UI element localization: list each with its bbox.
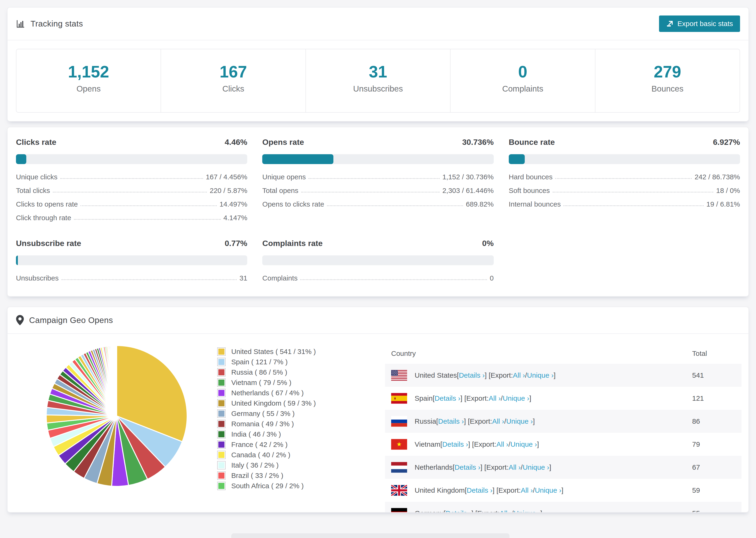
details-link[interactable]: Details › <box>435 394 460 402</box>
country-total: 59 <box>692 486 741 494</box>
legend-color-swatch <box>217 409 226 418</box>
rate-detail-row: Internal bounces 19 / 6.81% <box>509 194 740 208</box>
rate-detail-label: Unsubscribes <box>16 274 59 282</box>
export-all-link[interactable]: All › <box>509 463 521 471</box>
country-total: 541 <box>692 371 741 379</box>
country-total: 79 <box>692 440 741 448</box>
rate-detail-row: Unsubscribes 31 <box>16 269 247 282</box>
rate-detail-row: Click through rate 4.147% <box>16 208 247 222</box>
legend-color-swatch <box>217 451 226 459</box>
legend-item: Vietnam ( 79 / 5% ) <box>217 377 354 388</box>
rate-detail-value: 242 / 86.738% <box>694 173 740 181</box>
campaign-geo-opens-card: Campaign Geo Opens United States ( 541 /… <box>7 306 749 512</box>
export-unique-link[interactable]: Unique › <box>506 417 533 425</box>
export-all-link[interactable]: All › <box>489 394 501 402</box>
rate-panel: Clicks rate 4.46% Unique clicks 167 / 4.… <box>16 137 247 222</box>
export-all-link[interactable]: All › <box>492 417 504 425</box>
legend-color-swatch <box>217 389 226 397</box>
details-link[interactable]: Details › <box>455 463 480 471</box>
stat-value: 0 <box>453 63 592 81</box>
dotted-leader <box>564 205 703 206</box>
stat-value: 1,152 <box>19 63 158 81</box>
rate-detail-row: Opens to clicks rate 689.82% <box>262 194 494 208</box>
export-basic-stats-button[interactable]: Export basic stats <box>659 16 740 32</box>
rate-detail-value: 19 / 6.81% <box>706 200 740 208</box>
rate-detail-row: Hard bounces 242 / 86.738% <box>509 167 740 181</box>
stat-value: 167 <box>163 63 303 81</box>
rate-panel: Bounce rate 6.927% Hard bounces 242 / 86… <box>509 137 740 222</box>
details-link[interactable]: Details › <box>442 440 468 448</box>
legend-label: France ( 42 / 2% ) <box>231 441 288 449</box>
country-name: Netherlands <box>415 463 453 471</box>
geo-header: Campaign Geo Opens <box>8 307 748 334</box>
rate-detail-label: Unique clicks <box>16 173 58 181</box>
legend-color-swatch <box>217 368 226 377</box>
rate-detail-row: Total clicks 220 / 5.87% <box>16 181 247 194</box>
details-link[interactable]: Details › <box>459 371 485 379</box>
geo-table-row: Spain [Details ›] [Export: All › / Uniqu… <box>385 387 741 410</box>
rate-value: 30.736% <box>462 137 494 147</box>
dotted-leader <box>74 219 220 220</box>
geo-pie-chart <box>44 343 189 489</box>
rate-title: Clicks rate <box>16 137 56 147</box>
export-unique-link[interactable]: Unique › <box>527 371 554 379</box>
export-unique-link[interactable]: Unique › <box>514 510 540 512</box>
export-all-link[interactable]: All › <box>513 371 525 379</box>
rate-progress-fill <box>16 255 18 265</box>
legend-item: Italy ( 36 / 2% ) <box>217 460 354 470</box>
legend-label: Russia ( 86 / 5% ) <box>231 368 287 376</box>
pie-chart-svg <box>44 343 189 489</box>
stats-summary-box: 1,152 Opens 167 Clicks 31 Unsubscribes 0… <box>16 49 740 113</box>
export-all-link[interactable]: All › <box>496 440 509 448</box>
rate-value: 0% <box>482 239 494 248</box>
export-unique-link[interactable]: Unique › <box>535 486 561 494</box>
legend-label: Romania ( 49 / 3% ) <box>231 420 294 428</box>
rate-detail-label: Complaints <box>262 274 297 282</box>
rate-progress-bar <box>262 154 494 164</box>
stat-value: 279 <box>598 63 737 81</box>
rate-title: Unsubscribe rate <box>16 239 81 248</box>
dotted-leader <box>62 279 237 280</box>
country-flag-icon <box>391 508 407 512</box>
legend-color-swatch <box>217 430 226 439</box>
legend-color-swatch <box>217 358 226 366</box>
legend-label: United States ( 541 / 31% ) <box>231 348 316 355</box>
rate-detail-value: 220 / 5.87% <box>210 187 247 194</box>
stat-label: Bounces <box>598 84 737 93</box>
legend-label: United Kingdom ( 59 / 3% ) <box>231 399 316 407</box>
legend-label: Netherlands ( 67 / 4% ) <box>231 389 303 397</box>
legend-item: Canada ( 40 / 2% ) <box>217 450 354 460</box>
tracking-stats-card: Tracking stats Export basic stats 1,152 … <box>7 7 749 122</box>
dotted-leader <box>327 205 463 206</box>
legend-label: Vietnam ( 79 / 5% ) <box>231 379 291 387</box>
legend-item: Netherlands ( 67 / 4% ) <box>217 388 354 398</box>
dotted-leader <box>53 192 207 192</box>
export-unique-link[interactable]: Unique › <box>523 463 549 471</box>
rate-panel: Unsubscribe rate 0.77% Unsubscribes 31 <box>16 239 247 282</box>
rate-progress-bar <box>16 154 247 164</box>
country-flag-icon <box>391 416 407 427</box>
export-all-link[interactable]: All › <box>500 510 512 512</box>
country-total: 55 <box>692 510 741 512</box>
rate-detail-row: Unique clicks 167 / 4.456% <box>16 167 247 181</box>
country-name: United States <box>415 371 457 379</box>
stat-summary-cell: 1,152 Opens <box>17 49 161 112</box>
rate-detail-label: Internal bounces <box>509 200 561 208</box>
country-name: Spain <box>415 394 433 402</box>
export-unique-link[interactable]: Unique › <box>503 394 529 402</box>
details-link[interactable]: Details › <box>467 486 493 494</box>
rate-title: Bounce rate <box>509 137 555 147</box>
details-link[interactable]: Details › <box>438 417 464 425</box>
export-all-link[interactable]: All › <box>521 486 533 494</box>
export-unique-link[interactable]: Unique › <box>511 440 537 448</box>
rate-value: 6.927% <box>713 137 740 147</box>
details-link[interactable]: Details › <box>446 510 471 512</box>
export-icon <box>666 20 674 27</box>
country-name: Vietnam <box>415 440 441 448</box>
country-total: 86 <box>692 417 741 425</box>
rate-detail-label: Click through rate <box>16 214 71 222</box>
geo-table-row: Russia [Details ›] [Export: All › / Uniq… <box>385 410 741 433</box>
rate-progress-fill <box>509 154 525 164</box>
rate-detail-row: Total opens 2,303 / 61.446% <box>262 181 494 194</box>
stat-label: Opens <box>19 84 158 93</box>
